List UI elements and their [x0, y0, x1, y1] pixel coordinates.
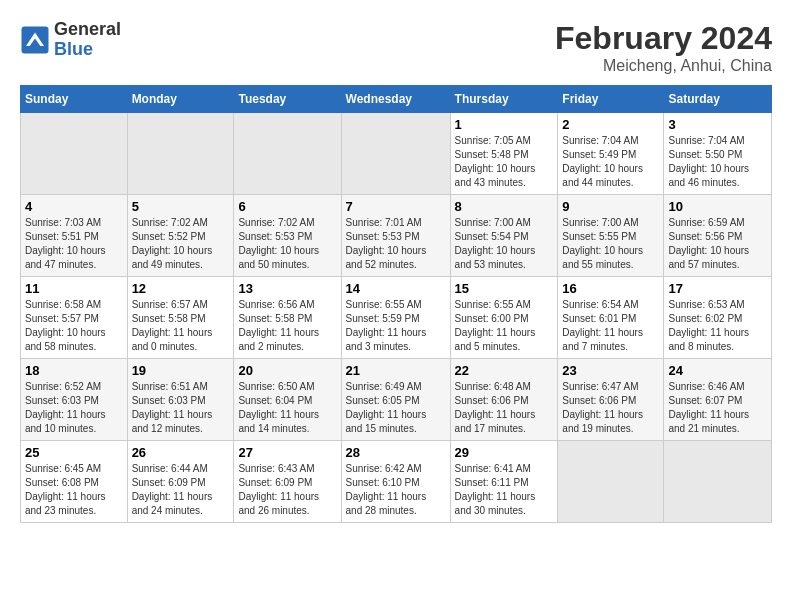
calendar-cell: 4Sunrise: 7:03 AMSunset: 5:51 PMDaylight…	[21, 195, 128, 277]
calendar-cell: 22Sunrise: 6:48 AMSunset: 6:06 PMDayligh…	[450, 359, 558, 441]
calendar-cell: 3Sunrise: 7:04 AMSunset: 5:50 PMDaylight…	[664, 113, 772, 195]
logo-blue: Blue	[54, 40, 121, 60]
day-info: Sunrise: 6:46 AMSunset: 6:07 PMDaylight:…	[668, 380, 767, 436]
calendar-cell: 19Sunrise: 6:51 AMSunset: 6:03 PMDayligh…	[127, 359, 234, 441]
calendar-cell: 16Sunrise: 6:54 AMSunset: 6:01 PMDayligh…	[558, 277, 664, 359]
day-number: 18	[25, 363, 123, 378]
day-number: 2	[562, 117, 659, 132]
day-number: 24	[668, 363, 767, 378]
calendar-cell: 27Sunrise: 6:43 AMSunset: 6:09 PMDayligh…	[234, 441, 341, 523]
weekday-header: Thursday	[450, 86, 558, 113]
day-number: 25	[25, 445, 123, 460]
calendar-cell	[664, 441, 772, 523]
day-number: 17	[668, 281, 767, 296]
weekday-header: Saturday	[664, 86, 772, 113]
day-info: Sunrise: 6:51 AMSunset: 6:03 PMDaylight:…	[132, 380, 230, 436]
calendar-week-row: 4Sunrise: 7:03 AMSunset: 5:51 PMDaylight…	[21, 195, 772, 277]
day-number: 21	[346, 363, 446, 378]
calendar-week-row: 11Sunrise: 6:58 AMSunset: 5:57 PMDayligh…	[21, 277, 772, 359]
day-number: 9	[562, 199, 659, 214]
calendar-cell: 29Sunrise: 6:41 AMSunset: 6:11 PMDayligh…	[450, 441, 558, 523]
title-area: February 2024 Meicheng, Anhui, China	[555, 20, 772, 75]
logo-icon	[20, 25, 50, 55]
day-number: 10	[668, 199, 767, 214]
logo-text: General Blue	[54, 20, 121, 60]
day-number: 6	[238, 199, 336, 214]
day-number: 14	[346, 281, 446, 296]
day-number: 3	[668, 117, 767, 132]
day-info: Sunrise: 6:49 AMSunset: 6:05 PMDaylight:…	[346, 380, 446, 436]
day-number: 1	[455, 117, 554, 132]
calendar-cell: 15Sunrise: 6:55 AMSunset: 6:00 PMDayligh…	[450, 277, 558, 359]
day-info: Sunrise: 6:45 AMSunset: 6:08 PMDaylight:…	[25, 462, 123, 518]
calendar-cell: 26Sunrise: 6:44 AMSunset: 6:09 PMDayligh…	[127, 441, 234, 523]
calendar-cell: 13Sunrise: 6:56 AMSunset: 5:58 PMDayligh…	[234, 277, 341, 359]
calendar-cell	[341, 113, 450, 195]
day-number: 16	[562, 281, 659, 296]
calendar-cell: 2Sunrise: 7:04 AMSunset: 5:49 PMDaylight…	[558, 113, 664, 195]
day-info: Sunrise: 7:05 AMSunset: 5:48 PMDaylight:…	[455, 134, 554, 190]
logo-general: General	[54, 20, 121, 40]
calendar-cell: 8Sunrise: 7:00 AMSunset: 5:54 PMDaylight…	[450, 195, 558, 277]
day-number: 12	[132, 281, 230, 296]
day-info: Sunrise: 7:02 AMSunset: 5:53 PMDaylight:…	[238, 216, 336, 272]
calendar-cell: 11Sunrise: 6:58 AMSunset: 5:57 PMDayligh…	[21, 277, 128, 359]
calendar-cell: 14Sunrise: 6:55 AMSunset: 5:59 PMDayligh…	[341, 277, 450, 359]
calendar-cell: 17Sunrise: 6:53 AMSunset: 6:02 PMDayligh…	[664, 277, 772, 359]
day-number: 20	[238, 363, 336, 378]
day-number: 23	[562, 363, 659, 378]
day-number: 19	[132, 363, 230, 378]
day-info: Sunrise: 6:59 AMSunset: 5:56 PMDaylight:…	[668, 216, 767, 272]
day-info: Sunrise: 7:04 AMSunset: 5:49 PMDaylight:…	[562, 134, 659, 190]
month-title: February 2024	[555, 20, 772, 57]
day-number: 8	[455, 199, 554, 214]
day-number: 26	[132, 445, 230, 460]
day-info: Sunrise: 7:02 AMSunset: 5:52 PMDaylight:…	[132, 216, 230, 272]
day-info: Sunrise: 6:42 AMSunset: 6:10 PMDaylight:…	[346, 462, 446, 518]
calendar-cell: 9Sunrise: 7:00 AMSunset: 5:55 PMDaylight…	[558, 195, 664, 277]
day-info: Sunrise: 6:41 AMSunset: 6:11 PMDaylight:…	[455, 462, 554, 518]
page-header: General Blue February 2024 Meicheng, Anh…	[20, 20, 772, 75]
calendar-cell: 21Sunrise: 6:49 AMSunset: 6:05 PMDayligh…	[341, 359, 450, 441]
calendar-cell	[127, 113, 234, 195]
location-title: Meicheng, Anhui, China	[555, 57, 772, 75]
calendar-cell: 20Sunrise: 6:50 AMSunset: 6:04 PMDayligh…	[234, 359, 341, 441]
day-info: Sunrise: 6:57 AMSunset: 5:58 PMDaylight:…	[132, 298, 230, 354]
day-info: Sunrise: 6:50 AMSunset: 6:04 PMDaylight:…	[238, 380, 336, 436]
calendar-cell: 23Sunrise: 6:47 AMSunset: 6:06 PMDayligh…	[558, 359, 664, 441]
calendar-cell: 28Sunrise: 6:42 AMSunset: 6:10 PMDayligh…	[341, 441, 450, 523]
day-number: 7	[346, 199, 446, 214]
day-number: 11	[25, 281, 123, 296]
weekday-header: Tuesday	[234, 86, 341, 113]
day-info: Sunrise: 6:55 AMSunset: 5:59 PMDaylight:…	[346, 298, 446, 354]
calendar-cell: 1Sunrise: 7:05 AMSunset: 5:48 PMDaylight…	[450, 113, 558, 195]
calendar-cell: 10Sunrise: 6:59 AMSunset: 5:56 PMDayligh…	[664, 195, 772, 277]
calendar-cell	[21, 113, 128, 195]
calendar-table: SundayMondayTuesdayWednesdayThursdayFrid…	[20, 85, 772, 523]
calendar-cell: 6Sunrise: 7:02 AMSunset: 5:53 PMDaylight…	[234, 195, 341, 277]
day-info: Sunrise: 7:03 AMSunset: 5:51 PMDaylight:…	[25, 216, 123, 272]
day-info: Sunrise: 7:00 AMSunset: 5:55 PMDaylight:…	[562, 216, 659, 272]
day-info: Sunrise: 6:53 AMSunset: 6:02 PMDaylight:…	[668, 298, 767, 354]
day-info: Sunrise: 6:43 AMSunset: 6:09 PMDaylight:…	[238, 462, 336, 518]
day-info: Sunrise: 7:04 AMSunset: 5:50 PMDaylight:…	[668, 134, 767, 190]
day-info: Sunrise: 6:52 AMSunset: 6:03 PMDaylight:…	[25, 380, 123, 436]
calendar-cell: 18Sunrise: 6:52 AMSunset: 6:03 PMDayligh…	[21, 359, 128, 441]
day-info: Sunrise: 6:48 AMSunset: 6:06 PMDaylight:…	[455, 380, 554, 436]
day-info: Sunrise: 6:58 AMSunset: 5:57 PMDaylight:…	[25, 298, 123, 354]
day-number: 15	[455, 281, 554, 296]
day-number: 27	[238, 445, 336, 460]
day-number: 22	[455, 363, 554, 378]
day-info: Sunrise: 7:00 AMSunset: 5:54 PMDaylight:…	[455, 216, 554, 272]
logo: General Blue	[20, 20, 121, 60]
weekday-header: Wednesday	[341, 86, 450, 113]
calendar-week-row: 18Sunrise: 6:52 AMSunset: 6:03 PMDayligh…	[21, 359, 772, 441]
weekday-header-row: SundayMondayTuesdayWednesdayThursdayFrid…	[21, 86, 772, 113]
day-number: 28	[346, 445, 446, 460]
day-info: Sunrise: 6:56 AMSunset: 5:58 PMDaylight:…	[238, 298, 336, 354]
weekday-header: Friday	[558, 86, 664, 113]
day-number: 5	[132, 199, 230, 214]
weekday-header: Monday	[127, 86, 234, 113]
calendar-cell: 5Sunrise: 7:02 AMSunset: 5:52 PMDaylight…	[127, 195, 234, 277]
calendar-cell: 12Sunrise: 6:57 AMSunset: 5:58 PMDayligh…	[127, 277, 234, 359]
